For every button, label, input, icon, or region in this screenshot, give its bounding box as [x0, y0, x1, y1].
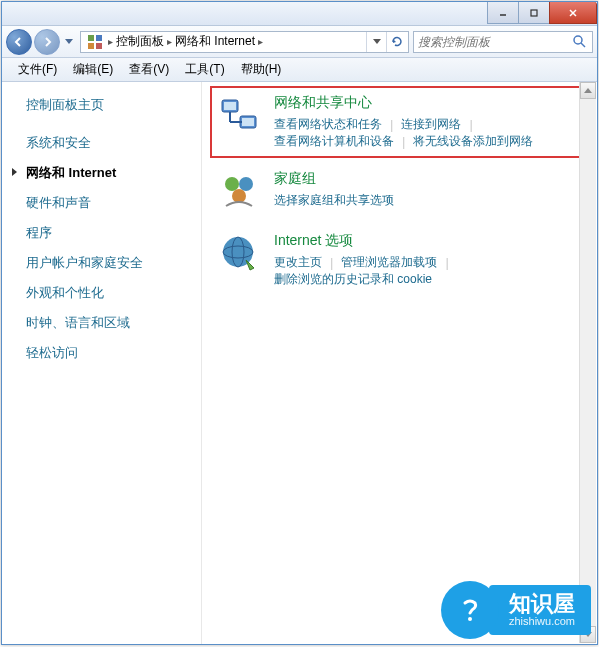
watermark-icon [441, 581, 499, 639]
sidebar: 控制面板主页 系统和安全 网络和 Internet 硬件和声音 程序 用户帐户和… [2, 82, 202, 644]
sidebar-item-access[interactable]: 轻松访问 [12, 338, 191, 368]
category-internet-options: Internet 选项 更改主页 | 管理浏览器加载项 | 删除浏览的历史记录和… [218, 232, 581, 288]
chevron-right-icon[interactable]: ▸ [258, 36, 263, 47]
breadcrumb-item[interactable]: 网络和 Internet [173, 33, 257, 50]
separator: | [390, 117, 393, 132]
back-button[interactable] [6, 29, 32, 55]
watermark-logo: 知识屋 zhishiwu.com [441, 581, 591, 639]
svg-rect-15 [242, 118, 254, 126]
separator: | [402, 134, 405, 149]
search-input[interactable] [418, 35, 572, 49]
link-change-homepage[interactable]: 更改主页 [274, 254, 322, 271]
search-box[interactable] [413, 31, 593, 53]
svg-point-17 [239, 177, 253, 191]
search-icon[interactable] [572, 34, 588, 50]
vertical-scrollbar[interactable] [579, 82, 596, 643]
internet-options-icon [218, 232, 260, 274]
svg-point-8 [574, 36, 582, 44]
watermark-subtitle: zhishiwu.com [509, 615, 575, 627]
watermark-title: 知识屋 [509, 593, 575, 615]
address-bar[interactable]: ▸ 控制面板 ▸ 网络和 Internet ▸ [80, 31, 409, 53]
navbar: ▸ 控制面板 ▸ 网络和 Internet ▸ [2, 26, 597, 58]
link-connect-network[interactable]: 连接到网络 [401, 116, 461, 133]
breadcrumb: ▸ 控制面板 ▸ 网络和 Internet ▸ [107, 33, 366, 50]
minimize-button[interactable] [487, 2, 519, 24]
svg-rect-6 [88, 43, 94, 49]
svg-rect-7 [96, 43, 102, 49]
link-delete-history[interactable]: 删除浏览的历史记录和 cookie [274, 271, 432, 288]
control-panel-window: ▸ 控制面板 ▸ 网络和 Internet ▸ 文件(F) 编辑(E) 查看(V… [1, 1, 598, 645]
maximize-button[interactable] [518, 2, 550, 24]
homegroup-title[interactable]: 家庭组 [274, 170, 316, 188]
breadcrumb-item[interactable]: 控制面板 [114, 33, 166, 50]
internet-options-title[interactable]: Internet 选项 [274, 232, 353, 250]
category-homegroup: 家庭组 选择家庭组和共享选项 [218, 170, 581, 212]
dropdown-icon[interactable] [366, 32, 386, 52]
link-view-computers[interactable]: 查看网络计算机和设备 [274, 133, 394, 150]
sidebar-item-hardware[interactable]: 硬件和声音 [12, 188, 191, 218]
window-controls [488, 2, 597, 25]
homegroup-icon [218, 170, 260, 212]
scroll-up-icon[interactable] [580, 82, 596, 99]
svg-line-9 [581, 43, 585, 47]
sidebar-item-appearance[interactable]: 外观和个性化 [12, 278, 191, 308]
refresh-button[interactable] [386, 32, 406, 52]
link-add-wireless[interactable]: 将无线设备添加到网络 [413, 133, 533, 150]
link-view-status[interactable]: 查看网络状态和任务 [274, 116, 382, 133]
sidebar-home-link[interactable]: 控制面板主页 [12, 96, 191, 114]
svg-point-16 [225, 177, 239, 191]
svg-rect-4 [88, 35, 94, 41]
menu-file[interactable]: 文件(F) [10, 61, 65, 78]
svg-rect-5 [96, 35, 102, 41]
menu-tools[interactable]: 工具(T) [177, 61, 232, 78]
separator: | [330, 255, 333, 270]
link-homegroup-options[interactable]: 选择家庭组和共享选项 [274, 192, 394, 209]
svg-point-22 [468, 617, 472, 621]
control-panel-icon [87, 34, 103, 50]
forward-button[interactable] [34, 29, 60, 55]
main-panel: 网络和共享中心 查看网络状态和任务 | 连接到网络 | 查看网络计算机和设备 |… [202, 82, 597, 644]
titlebar [2, 2, 597, 26]
menu-help[interactable]: 帮助(H) [233, 61, 290, 78]
svg-point-18 [232, 189, 246, 203]
chevron-right-icon[interactable]: ▸ [167, 36, 172, 47]
category-network-sharing: 网络和共享中心 查看网络状态和任务 | 连接到网络 | 查看网络计算机和设备 |… [210, 86, 589, 158]
link-manage-addons[interactable]: 管理浏览器加载项 [341, 254, 437, 271]
history-dropdown-icon[interactable] [62, 32, 76, 52]
menu-view[interactable]: 查看(V) [121, 61, 177, 78]
separator: | [469, 117, 472, 132]
network-sharing-title[interactable]: 网络和共享中心 [274, 94, 372, 112]
close-button[interactable] [549, 2, 597, 24]
sidebar-item-system[interactable]: 系统和安全 [12, 128, 191, 158]
chevron-right-icon[interactable]: ▸ [108, 36, 113, 47]
content-area: 控制面板主页 系统和安全 网络和 Internet 硬件和声音 程序 用户帐户和… [2, 82, 597, 644]
menubar: 文件(F) 编辑(E) 查看(V) 工具(T) 帮助(H) [2, 58, 597, 82]
sidebar-item-network[interactable]: 网络和 Internet [12, 158, 191, 188]
network-sharing-icon [218, 94, 260, 136]
sidebar-item-clock[interactable]: 时钟、语言和区域 [12, 308, 191, 338]
sidebar-item-programs[interactable]: 程序 [12, 218, 191, 248]
svg-rect-14 [224, 102, 236, 110]
sidebar-item-accounts[interactable]: 用户帐户和家庭安全 [12, 248, 191, 278]
menu-edit[interactable]: 编辑(E) [65, 61, 121, 78]
separator: | [445, 255, 448, 270]
svg-rect-1 [531, 10, 537, 16]
